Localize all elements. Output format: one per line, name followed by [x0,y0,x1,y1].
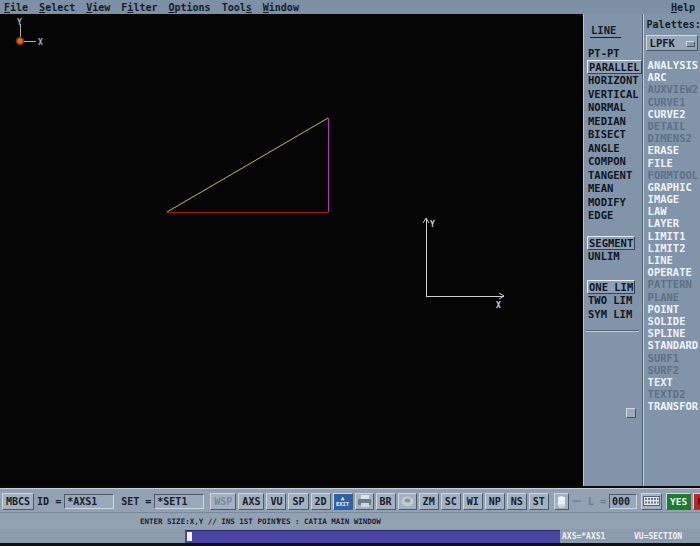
line-option-angle[interactable]: ANGLE [583,142,642,156]
line-option-segment[interactable]: SEGMENT [583,237,642,251]
canvas-graphics: Y X Y X [0,14,583,486]
line-function-panel: LINE PT-PT PARALLEL HORIZONT VERTICAL NO… [583,14,643,486]
palette-item-surf2: SURF2 [644,364,700,376]
keyboard-button[interactable] [641,493,662,510]
triangle-geometry[interactable] [167,118,328,212]
st-button[interactable]: ST [529,493,549,510]
panel-resize-handle[interactable] [626,408,636,418]
axs-button[interactable]: AXS [238,493,264,510]
print-button[interactable] [355,493,374,510]
zm-button[interactable]: ZM [419,493,439,510]
palette-dropdown-value: LPFK [650,37,675,49]
line-option-bisect[interactable]: BISECT [583,128,642,142]
line-option-edge[interactable]: EDGE [583,209,642,223]
palette-item-file[interactable]: FILE [644,157,700,169]
line-option-one-lim[interactable]: ONE LIM [583,281,642,295]
set-label: SET = [120,496,152,507]
palette-item-formtool: FORMTOOL [644,169,700,181]
view-axis-y-label: Y [430,220,435,229]
message-bar: ENTER SIZE:X,Y // INS 1ST POINT YES : CA… [0,512,700,529]
window-message: YES : CATIA MAIN WINDOW [277,517,381,526]
palettes-title: Palettes: [647,19,700,30]
palette-item-standard[interactable]: STANDARD [644,339,700,351]
triangle-hypotenuse-line [167,118,328,212]
vu-button[interactable]: VU [266,493,286,510]
palette-item-arc[interactable]: ARC [644,71,700,83]
no-button[interactable]: NO [693,493,700,510]
palette-item-transfor[interactable]: TRANSFOR [644,400,700,412]
menu-help[interactable]: Help [671,2,695,13]
line-option-horizont[interactable]: HORIZONT [583,74,642,88]
layer-field[interactable]: 000 [609,494,637,509]
mbcs-button[interactable]: MBCS [2,493,34,510]
palette-item-curve2[interactable]: CURVE2 [644,108,700,120]
line-option-normal[interactable]: NORMAL [583,101,642,115]
exit-button[interactable]: ▲ EXIT [333,493,353,510]
origin-point [17,38,24,45]
menu-window[interactable]: Window [263,2,299,13]
line-panel-title: LINE [590,24,621,38]
cylinder-icon [556,495,567,508]
current-axis-value: AXS=*AXS1 [562,532,605,541]
2d-button[interactable]: 2D [311,493,331,510]
origin-x-label: X [38,38,43,47]
menu-file[interactable]: File [4,2,28,13]
palette-item-textd2: TEXTD2 [644,388,700,400]
palette-item-dimens2: DIMENS2 [644,132,700,144]
line-option-tangent[interactable]: TANGENT [583,169,642,183]
line-option-parallel[interactable]: PARALLEL [583,61,642,75]
palette-item-image[interactable]: IMAGE [644,193,700,205]
palette-item-operate[interactable]: OPERATE [644,266,700,278]
line-option-mean[interactable]: MEAN [583,182,642,196]
line-option-two-lim[interactable]: TWO LIM [583,294,642,308]
palette-item-layer[interactable]: LAYER [644,217,700,229]
palette-item-analysis[interactable]: ANALYSIS [644,59,700,71]
set-field[interactable]: *SET1 [154,494,204,509]
menu-tools[interactable]: Tools [222,2,252,13]
palette-item-pattern: PATTERN [644,278,700,290]
palette-item-point[interactable]: POINT [644,303,700,315]
palette-item-limit2[interactable]: LIMIT2 [644,242,700,254]
shade-button[interactable] [398,493,417,510]
ns-button[interactable]: NS [507,493,527,510]
filter-button[interactable] [554,493,569,510]
palette-item-text[interactable]: TEXT [644,376,700,388]
menu-view[interactable]: View [86,2,110,13]
id-field[interactable]: *AXS1 [64,494,114,509]
model-origin-axis: Y X [17,18,44,47]
line-option-median[interactable]: MEDIAN [583,115,642,129]
dropdown-grip-icon [686,41,695,47]
menu-filter[interactable]: Filter [121,2,157,13]
palette-dropdown[interactable]: LPFK [646,35,698,51]
drawing-canvas[interactable]: Y X Y X [0,14,583,486]
keyboard-icon [643,495,660,507]
line-option-unlim[interactable]: UNLIM [583,250,642,264]
sc-button[interactable]: SC [441,493,461,510]
wi-button[interactable]: WI [463,493,483,510]
yes-button[interactable]: YES [666,493,691,510]
command-input[interactable] [185,530,560,543]
side-panels: LINE PT-PT PARALLEL HORIZONT VERTICAL NO… [583,14,700,486]
current-view-value: VU=SECTION [634,532,682,541]
palette-item-line[interactable]: LINE [644,254,700,266]
palette-item-limit1[interactable]: LIMIT1 [644,230,700,242]
menu-select[interactable]: Select [39,2,75,13]
line-option-vertical[interactable]: VERTICAL [583,88,642,102]
palette-item-graphic[interactable]: GRAPHIC [644,181,700,193]
np-button[interactable]: NP [485,493,505,510]
limit-group: ONE LIM TWO LIM SYM LIM [583,281,642,322]
catia-main-window: File Select View Filter Options Tools Wi… [0,0,700,546]
wsp-button: WSP [210,493,236,510]
line-option-compon[interactable]: COMPON [583,155,642,169]
menu-options[interactable]: Options [168,2,210,13]
palette-item-solide[interactable]: SOLIDE [644,315,700,327]
palette-item-spline[interactable]: SPLINE [644,327,700,339]
line-option-sym-lim[interactable]: SYM LIM [583,308,642,322]
palette-item-law[interactable]: LAW [644,205,700,217]
line-option-pt-pt[interactable]: PT-PT [583,47,642,61]
br-button[interactable]: BR [376,493,396,510]
line-option-modify[interactable]: MODIFY [583,196,642,210]
palette-item-erase[interactable]: ERASE [644,144,700,156]
palette-list: ANALYSIS ARC AUXVIEW2 CURVE1 CURVE2 DETA… [644,59,700,412]
sp-button[interactable]: SP [288,493,308,510]
